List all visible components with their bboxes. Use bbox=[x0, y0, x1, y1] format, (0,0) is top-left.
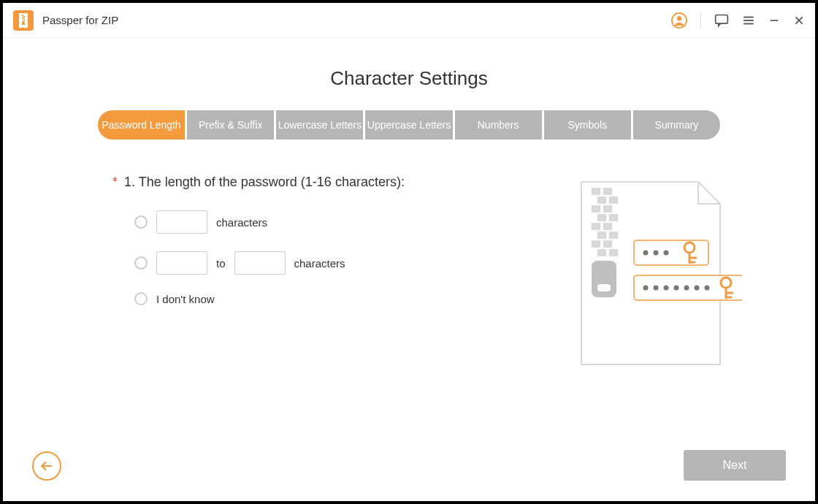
range-from-input[interactable] bbox=[156, 251, 207, 275]
tab-lowercase[interactable]: Lowercase Letters bbox=[276, 110, 363, 140]
radio-unknown[interactable] bbox=[134, 292, 148, 305]
tab-password-length[interactable]: Password Length bbox=[98, 110, 185, 140]
exact-length-input[interactable] bbox=[156, 210, 207, 234]
tab-numbers[interactable]: Numbers bbox=[455, 110, 542, 140]
feedback-icon[interactable] bbox=[714, 13, 729, 28]
question-label: * 1. The length of the password (1-16 ch… bbox=[112, 175, 567, 190]
app-window: Passper for ZIP Character Settings Pa bbox=[3, 3, 815, 501]
option-range-length: to characters bbox=[134, 251, 567, 275]
svg-rect-17 bbox=[597, 196, 606, 204]
radio-range[interactable] bbox=[134, 256, 148, 270]
svg-point-43 bbox=[654, 286, 659, 291]
svg-rect-2 bbox=[23, 16, 25, 18]
svg-rect-26 bbox=[609, 232, 618, 239]
svg-point-7 bbox=[677, 16, 681, 20]
tab-prefix-suffix[interactable]: Prefix & Suffix bbox=[187, 110, 274, 140]
range-to-input[interactable] bbox=[234, 251, 286, 275]
svg-rect-18 bbox=[609, 196, 618, 204]
svg-point-36 bbox=[664, 251, 669, 256]
titlebar-controls bbox=[671, 12, 805, 28]
option-unknown: I don't know bbox=[134, 292, 567, 305]
app-title: Passper for ZIP bbox=[42, 14, 118, 26]
svg-rect-21 bbox=[597, 214, 606, 221]
close-button[interactable] bbox=[793, 15, 805, 26]
minimize-button[interactable] bbox=[768, 15, 780, 26]
question-text: 1. The length of the password (1-16 char… bbox=[124, 175, 405, 189]
form-area: * 1. The length of the password (1-16 ch… bbox=[47, 175, 567, 375]
svg-rect-32 bbox=[597, 284, 611, 291]
range-suffix: characters bbox=[294, 257, 345, 270]
tab-summary[interactable]: Summary bbox=[633, 110, 720, 140]
page-title: Character Settings bbox=[47, 67, 771, 90]
svg-point-48 bbox=[705, 286, 710, 291]
exact-suffix: characters bbox=[216, 216, 267, 229]
svg-rect-5 bbox=[22, 21, 25, 25]
svg-rect-8 bbox=[716, 15, 728, 23]
svg-rect-25 bbox=[597, 232, 606, 239]
svg-rect-28 bbox=[603, 240, 612, 248]
menu-icon[interactable] bbox=[742, 14, 755, 27]
svg-point-46 bbox=[684, 286, 689, 291]
svg-rect-15 bbox=[592, 188, 600, 195]
account-icon[interactable] bbox=[671, 12, 687, 28]
app-icon bbox=[13, 10, 34, 31]
svg-point-44 bbox=[664, 286, 669, 291]
svg-point-35 bbox=[654, 251, 659, 256]
content-area: Character Settings Password Length Prefi… bbox=[3, 38, 815, 501]
svg-point-34 bbox=[643, 251, 649, 256]
svg-rect-24 bbox=[603, 223, 612, 230]
zip-illustration bbox=[567, 175, 742, 375]
svg-rect-16 bbox=[603, 188, 612, 195]
svg-rect-19 bbox=[592, 205, 600, 213]
range-middle: to bbox=[216, 257, 226, 270]
svg-rect-30 bbox=[609, 249, 618, 256]
svg-point-47 bbox=[695, 286, 700, 291]
svg-rect-22 bbox=[609, 214, 618, 221]
svg-rect-31 bbox=[592, 261, 616, 297]
required-asterisk: * bbox=[112, 175, 118, 189]
svg-rect-27 bbox=[592, 240, 600, 248]
svg-rect-1 bbox=[22, 15, 23, 16]
tab-symbols[interactable]: Symbols bbox=[544, 110, 631, 140]
titlebar: Passper for ZIP bbox=[3, 3, 815, 38]
titlebar-divider bbox=[700, 12, 701, 28]
tab-uppercase[interactable]: Uppercase Letters bbox=[365, 110, 452, 140]
back-button[interactable] bbox=[32, 451, 61, 481]
svg-rect-4 bbox=[23, 19, 25, 20]
unknown-label: I don't know bbox=[156, 293, 215, 305]
svg-point-42 bbox=[643, 286, 649, 291]
svg-point-45 bbox=[674, 286, 679, 291]
option-exact-length: characters bbox=[134, 210, 567, 234]
svg-rect-23 bbox=[592, 223, 600, 230]
svg-rect-20 bbox=[603, 205, 612, 213]
step-tabs: Password Length Prefix & Suffix Lowercas… bbox=[98, 110, 720, 140]
svg-rect-3 bbox=[22, 18, 23, 19]
radio-exact[interactable] bbox=[134, 215, 148, 229]
svg-rect-29 bbox=[597, 249, 606, 256]
next-button[interactable]: Next bbox=[684, 450, 786, 481]
